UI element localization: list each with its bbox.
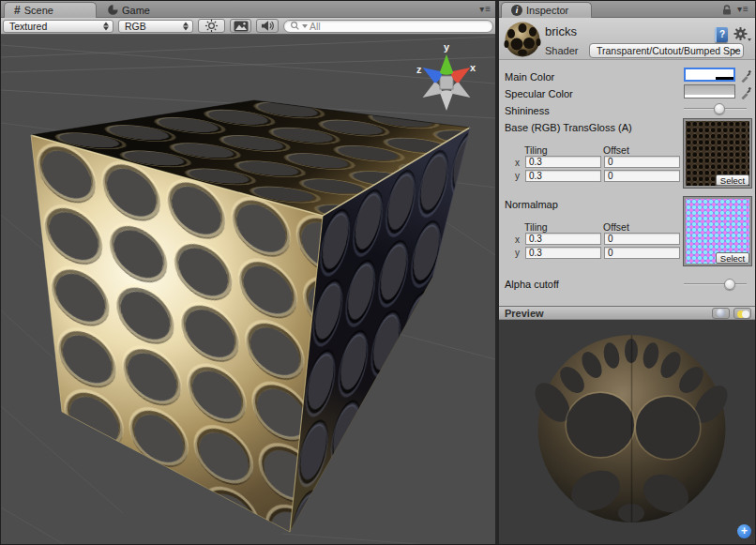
render-mode-value: Textured <box>9 21 47 32</box>
specular-color-eyedropper-icon[interactable] <box>741 85 751 99</box>
unity-editor-window: # Scene Game ▾≡ Textured RGB <box>0 0 756 545</box>
tab-game[interactable]: Game <box>98 2 159 18</box>
main-color-swatch[interactable] <box>684 68 735 82</box>
preview-sphere-render <box>499 320 756 545</box>
render-mode-dropdown[interactable]: Textured <box>3 20 113 33</box>
light-white-icon <box>742 310 749 318</box>
preview-header[interactable]: Preview <box>499 306 756 320</box>
search-scope-arrow-icon[interactable] <box>302 24 308 28</box>
base-texture-select-button[interactable]: Select <box>716 174 749 186</box>
material-preview-icon[interactable] <box>504 21 541 58</box>
shader-value: Transparent/Cutout/Bumped Spe <box>597 45 741 56</box>
color-mode-value: RGB <box>125 21 146 32</box>
normal-x-label: x <box>515 235 520 245</box>
normal-tiling-y-field[interactable] <box>525 247 601 259</box>
lock-icon[interactable] <box>721 4 733 16</box>
inspector-tabbar: i Inspector ▾≡ <box>499 1 756 18</box>
base-x-label: x <box>515 158 520 168</box>
scene-search-field[interactable]: All <box>283 20 493 33</box>
gizmo-center-cube[interactable] <box>440 76 453 89</box>
specular-color-alpha-strip <box>685 95 734 98</box>
scene-tabbar: # Scene Game ▾≡ <box>1 1 495 18</box>
normalmap-texture-select-button[interactable]: Select <box>716 252 749 264</box>
normal-map-label: Normalmap <box>505 199 558 210</box>
preview-shape-button[interactable] <box>712 308 730 319</box>
shader-label: Shader <box>545 45 578 56</box>
search-scope-label: All <box>310 21 321 32</box>
tab-scene-label: Scene <box>24 5 53 16</box>
base-offset-y-field[interactable] <box>604 170 680 182</box>
specular-color-swatch[interactable] <box>684 84 735 98</box>
base-texture-thumbnail[interactable]: Select <box>684 119 751 188</box>
normal-offset-header: Offset <box>603 221 629 233</box>
base-tiling-x-field[interactable] <box>525 156 601 168</box>
material-header: bricks Shader Transparent/Cutout/Bumped … <box>499 18 756 60</box>
scene-panel: # Scene Game ▾≡ Textured RGB <box>1 1 495 545</box>
shader-dropdown[interactable]: Transparent/Cutout/Bumped Spe <box>589 43 744 58</box>
scene-viewport[interactable]: y x z <box>1 35 495 545</box>
main-color-label: Main Color <box>505 71 554 83</box>
base-offset-header: Offset <box>603 144 629 156</box>
scene-panel-menu-icon[interactable]: ▾≡ <box>479 4 491 14</box>
tab-inspector-label: Inspector <box>526 5 568 16</box>
search-icon <box>290 21 300 31</box>
normal-y-label: y <box>515 248 520 258</box>
preview-title: Preview <box>505 308 708 319</box>
scene-grid-icon: # <box>14 4 21 17</box>
scene-toolbar: Textured RGB <box>1 18 495 35</box>
dropdown-arrow-icon <box>733 50 738 53</box>
base-map-label: Base (RGB) TransGloss (A) <box>505 122 632 133</box>
shininess-slider-thumb[interactable] <box>714 103 725 114</box>
image-icon <box>234 21 249 32</box>
inspector-panel: i Inspector ▾≡ <box>499 1 756 545</box>
shininess-label: Shininess <box>505 105 550 116</box>
gizmo-z-label: z <box>416 64 422 75</box>
normal-tiling-header: Tiling <box>524 221 548 233</box>
main-color-alpha-strip <box>686 77 733 80</box>
main-color-eyedropper-icon[interactable] <box>741 68 751 83</box>
scene-skybox-toggle[interactable] <box>230 19 251 33</box>
inspector-panel-menu-icon[interactable]: ▾≡ <box>737 4 749 14</box>
cube-object[interactable] <box>31 100 470 532</box>
sphere-icon <box>717 309 725 317</box>
gear-dropdown-arrow-icon <box>748 38 751 41</box>
help-icon[interactable]: ? <box>715 27 728 42</box>
gizmo-axis-y[interactable] <box>440 54 453 75</box>
base-offset-x-field[interactable] <box>604 156 680 168</box>
normal-offset-x-field[interactable] <box>604 233 680 245</box>
material-preview-area[interactable]: + <box>499 320 756 545</box>
tab-game-label: Game <box>122 5 150 16</box>
sun-icon <box>204 19 219 33</box>
updown-arrows-icon <box>103 22 109 30</box>
gizmo-y-label: y <box>444 41 450 53</box>
base-tiling-header: Tiling <box>524 144 548 156</box>
tab-scene[interactable]: # Scene <box>4 2 97 18</box>
add-button[interactable]: + <box>737 524 751 538</box>
specular-color-label: Specular Color <box>505 88 573 99</box>
game-icon <box>108 5 118 15</box>
scene-lighting-toggle[interactable] <box>198 19 225 33</box>
base-tiling-y-field[interactable] <box>525 170 601 182</box>
gizmo-x-label: x <box>470 62 476 73</box>
updown-arrows-icon <box>183 22 189 30</box>
gear-icon[interactable] <box>733 27 750 42</box>
alpha-cutoff-label: Alpha cutoff <box>505 279 559 290</box>
scene-audio-toggle[interactable] <box>256 19 279 33</box>
info-icon: i <box>511 5 522 16</box>
material-name: bricks <box>545 24 577 38</box>
speaker-icon <box>261 20 275 32</box>
alpha-cutoff-slider-thumb[interactable] <box>724 279 735 290</box>
preview-lighting-button[interactable] <box>733 308 751 319</box>
alpha-cutoff-slider-track[interactable] <box>684 283 747 285</box>
normal-tiling-x-field[interactable] <box>525 233 601 245</box>
normalmap-texture-thumbnail[interactable]: Select <box>684 197 751 265</box>
color-mode-dropdown[interactable]: RGB <box>118 20 193 33</box>
tab-inspector[interactable]: i Inspector <box>501 2 592 18</box>
normal-offset-y-field[interactable] <box>604 247 680 259</box>
base-y-label: y <box>515 171 520 181</box>
gizmo-axis-neg-y[interactable] <box>440 90 453 111</box>
scene-orientation-gizmo[interactable]: y x z <box>401 40 491 117</box>
